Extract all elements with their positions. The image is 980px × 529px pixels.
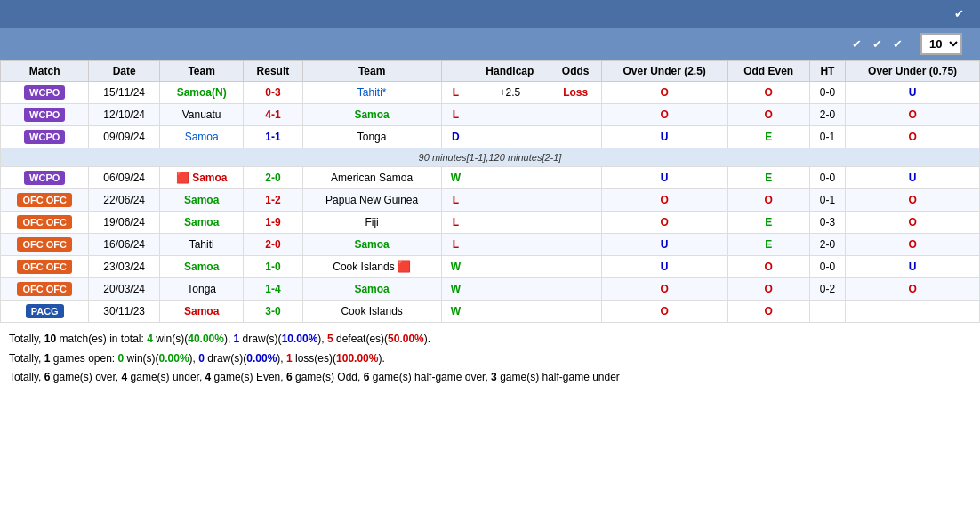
col-over-under-075: Over Under (0.75) [846,61,980,82]
match-badge: OFC OFC [17,215,72,229]
half-time: 0-2 [809,278,845,301]
team2-name[interactable]: Samoa [302,234,441,256]
team2-name[interactable]: American Samoa [302,167,441,189]
odds [550,256,601,278]
col-handicap: Handicap [470,61,550,82]
col-ht: HT [809,61,845,82]
match-result: 1-0 [244,256,302,278]
team2-name[interactable]: Cook Islands 🟥 [302,256,441,278]
match-date: 19/06/24 [89,212,160,234]
match-result: 1-1 [244,126,302,148]
team1-name[interactable]: Samoa(N) [160,82,244,104]
team2-name[interactable]: Papua New Guinea [302,189,441,212]
odd-even: O [727,104,809,126]
match-badge-cell: OFC OFC [1,234,89,256]
team2-name[interactable]: Tonga [302,126,441,148]
handicap [470,301,550,323]
team1-name[interactable]: Tahiti [160,234,244,256]
ofc-filter[interactable]: ✔ [893,37,906,51]
match-outcome: W [441,167,470,189]
last-games-select[interactable]: 10 20 30 [920,33,962,55]
match-result: 3-0 [244,301,302,323]
over-under: O [601,301,727,323]
team1-name[interactable]: Vanuatu [160,104,244,126]
wcpo-filter[interactable]: ✔ [852,37,865,51]
match-badge: OFC OFC [17,237,72,252]
pacg-check: ✔ [872,37,882,51]
team1-name[interactable]: Samoa [160,189,244,212]
match-badge-cell: OFC OFC [1,189,89,212]
half-time: 0-0 [809,256,845,278]
check-icon: ✔ [954,7,964,20]
match-outcome: W [441,301,470,323]
table-row: OFC OFC22/06/24Samoa1-2Papua New GuineaL… [1,189,980,212]
col-date: Date [89,61,160,82]
handicap [470,256,550,278]
over-under: O [601,212,727,234]
odds: Loss [550,82,601,104]
match-date: 23/03/24 [89,256,160,278]
match-badge: OFC OFC [17,260,72,274]
team1-name[interactable]: Tonga [160,278,244,301]
table-row: OFC OFC16/06/24Tahiti2-0SamoaLUE2-0O [1,234,980,256]
over-under-075: U [846,256,980,278]
summary-line: Totally, 10 match(es) in total: 4 win(s)… [9,330,971,349]
match-date: 30/11/23 [89,301,160,323]
ofc-check: ✔ [893,37,903,51]
odds [550,234,601,256]
table-row: OFC OFC23/03/24Samoa1-0Cook Islands 🟥WUO… [1,256,980,278]
summary-section: Totally, 10 match(es) in total: 4 win(s)… [0,323,980,395]
filter-bar: ✔ ✔ ✔ 10 20 30 [0,28,980,60]
table-row: OFC OFC20/03/24Tonga1-4SamoaWOO0-2O [1,278,980,301]
half-time: 0-1 [809,126,845,148]
match-result: 4-1 [244,104,302,126]
handicap [470,104,550,126]
team2-name[interactable]: Fiji [302,212,441,234]
pacg-filter[interactable]: ✔ [872,37,886,51]
match-outcome: D [441,126,470,148]
col-result: Result [244,61,302,82]
team2-name[interactable]: Samoa [302,104,441,126]
team1-name[interactable]: 🟥 Samoa [160,167,244,189]
odds [550,126,601,148]
match-badge: WCPO [24,85,65,100]
separator-cell: 90 minutes[1-1],120 minutes[2-1] [1,148,980,167]
match-result: 2-0 [244,234,302,256]
match-badge: WCPO [24,108,65,122]
match-result: 1-9 [244,212,302,234]
match-result: 1-4 [244,278,302,301]
over-under: U [601,126,727,148]
team1-name[interactable]: Samoa [160,301,244,323]
match-outcome: L [441,189,470,212]
match-result: 2-0 [244,167,302,189]
match-badge: WCPO [24,171,65,185]
match-badge-cell: WCPO [1,126,89,148]
match-outcome: L [441,82,470,104]
table-row: OFC OFC19/06/24Samoa1-9FijiLOE0-3O [1,212,980,234]
half-time: 0-0 [809,167,845,189]
match-badge-cell: OFC OFC [1,278,89,301]
odds [550,167,601,189]
team1-name[interactable]: Samoa [160,212,244,234]
match-badge-cell: PACG [1,301,89,323]
display-notes-container: ✔ [954,7,969,20]
match-badge: WCPO [24,130,65,144]
over-under: O [601,82,727,104]
match-outcome: W [441,256,470,278]
over-under-075: U [846,82,980,104]
team1-name[interactable]: Samoa [160,126,244,148]
match-badge: OFC OFC [17,193,72,207]
match-result: 0-3 [244,82,302,104]
team2-name[interactable]: Tahiti* [302,82,441,104]
team2-name[interactable]: Cook Islands [302,301,441,323]
match-outcome: L [441,104,470,126]
match-result: 1-2 [244,189,302,212]
handicap [470,189,550,212]
over-under: U [601,234,727,256]
match-date: 15/11/24 [89,82,160,104]
odds [550,278,601,301]
match-date: 12/10/24 [89,104,160,126]
match-date: 09/09/24 [89,126,160,148]
team2-name[interactable]: Samoa [302,278,441,301]
team1-name[interactable]: Samoa [160,256,244,278]
